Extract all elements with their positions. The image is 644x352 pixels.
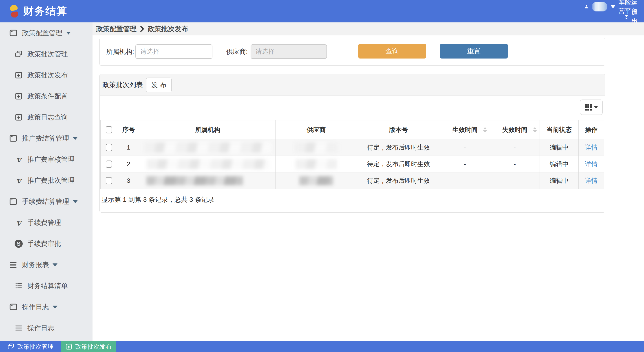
sidebar-item-policy-batch-mgmt[interactable]: 政策批次管理	[0, 43, 92, 65]
redacted-org-text	[147, 159, 269, 169]
breadcrumb-parent[interactable]: 政策配置管理	[96, 24, 136, 34]
redacted-supplier-text	[296, 159, 337, 169]
row-expiry: -	[490, 156, 540, 173]
row-select-cell	[100, 139, 117, 156]
sidebar-item-financial-reports[interactable]: 财务报表	[0, 254, 92, 275]
filter-panel: 所属机构: 供应商: 查询 重置	[100, 38, 605, 66]
row-select-cell	[100, 173, 117, 189]
sidebar-item-label: 手续费结算管理	[22, 197, 69, 206]
sidebar-item-policy-batch-publish[interactable]: 政策批次发布	[0, 65, 92, 86]
taskbar-tab-policy-batch-publish[interactable]: 政策批次发布	[61, 341, 116, 352]
row-org	[140, 139, 276, 156]
caret-down-icon	[52, 263, 58, 266]
window-upload-icon	[14, 71, 23, 79]
username-redacted[interactable]	[592, 2, 607, 11]
table-row: 2 待定，发布后即时生效 - - 编辑中 详情	[100, 156, 604, 173]
row-org	[140, 156, 276, 173]
row-version: 待定，发布后即时生效	[357, 173, 440, 189]
sort-icon[interactable]	[533, 127, 537, 133]
main-content: 所属机构: 供应商: 查询 重置 政策批次列表 发 布 序号 所属机构	[92, 35, 644, 341]
policy-batch-list-panel: 政策批次列表 发 布 序号 所属机构 供应商 版本号 生效时间	[100, 74, 605, 212]
sidebar-nav: 政策配置管理 政策批次管理 政策批次发布 政策条件配置 政策日志查询 推广费结算…	[0, 22, 92, 341]
window-icon	[9, 303, 18, 311]
user-menu-caret-icon[interactable]	[610, 5, 616, 8]
sidebar-item-label: 政策日志查询	[28, 113, 68, 122]
list-icon	[14, 282, 23, 290]
sidebar-item-policy-condition-config[interactable]: 政策条件配置	[0, 86, 92, 107]
sidebar-item-label: 政策条件配置	[28, 92, 68, 101]
col-header-effective[interactable]: 生效时间	[440, 120, 490, 139]
col-header-org: 所属机构	[140, 120, 276, 139]
col-header-status: 当前状态	[540, 120, 579, 139]
col-header-index: 序号	[117, 120, 140, 139]
sidebar-item-label: 操作日志	[22, 303, 49, 312]
col-header-expiry[interactable]: 失效时间	[490, 120, 540, 139]
bottom-taskbar: 政策批次管理 政策批次发布	[0, 341, 644, 352]
detail-link[interactable]: 详情	[585, 144, 598, 151]
top-header: 财务结算 车险运营平台 退出	[0, 0, 644, 22]
sidebar-item-policy-log-query[interactable]: 政策日志查询	[0, 107, 92, 128]
app-title: 财务结算	[23, 0, 67, 22]
app-logo-icon	[8, 4, 20, 17]
row-expiry: -	[490, 173, 540, 189]
taskbar-tab-policy-batch-mgmt[interactable]: 政策批次管理	[0, 341, 61, 352]
row-select-cell	[100, 156, 117, 173]
detail-link[interactable]: 详情	[585, 161, 598, 168]
reset-button[interactable]: 重置	[440, 44, 508, 58]
clone-icon	[8, 343, 14, 350]
sidebar-item-financial-settlement-list[interactable]: 财务结算清单	[0, 275, 92, 296]
row-supplier	[276, 139, 357, 156]
row-checkbox[interactable]	[106, 177, 112, 184]
window-icon	[9, 134, 18, 143]
sidebar-item-label: 政策配置管理	[22, 28, 62, 38]
caret-down-icon	[66, 32, 71, 34]
sidebar-item-commission-approval[interactable]: S 手续费审批	[0, 233, 92, 254]
row-expiry: -	[490, 139, 540, 156]
sidebar-item-promo-fee-review-mgmt[interactable]: v 推广费审核管理	[0, 149, 92, 170]
table-row: 1 待定，发布后即时生效 - - 编辑中 详情	[100, 139, 604, 156]
table-header-row: 序号 所属机构 供应商 版本号 生效时间 失效时间 当前状态 操作	[100, 120, 604, 139]
sidebar-item-commission-settlement-mgmt[interactable]: 手续费结算管理	[0, 191, 92, 212]
sidebar-item-commission-mgmt[interactable]: v 手续费管理	[0, 212, 92, 233]
sidebar-item-label: 推广费结算管理	[22, 134, 69, 143]
org-select-input[interactable]	[136, 44, 212, 59]
org-label: 所属机构:	[106, 38, 134, 65]
row-status: 编辑中	[540, 156, 579, 173]
sidebar-item-operation-log-group[interactable]: 操作日志	[0, 296, 92, 318]
col-header-supplier: 供应商	[276, 120, 357, 139]
window-upload-icon	[14, 113, 23, 122]
sort-icon[interactable]	[483, 127, 487, 133]
row-action-cell: 详情	[579, 173, 604, 189]
select-all-checkbox[interactable]	[106, 126, 112, 133]
sidebar-item-label: 手续费审批	[28, 239, 61, 248]
columns-toggle-button[interactable]	[580, 100, 603, 115]
detail-link[interactable]: 详情	[585, 177, 598, 184]
row-index: 3	[117, 173, 140, 189]
sidebar-item-label: 财务结算清单	[28, 281, 68, 291]
window-upload-icon	[14, 92, 23, 100]
row-status: 编辑中	[540, 173, 579, 189]
sidebar-item-promo-fee-settlement-mgmt[interactable]: 推广费结算管理	[0, 128, 92, 149]
row-version: 待定，发布后即时生效	[357, 156, 440, 173]
clone-icon	[14, 50, 23, 58]
supplier-select-input[interactable]	[250, 44, 327, 59]
sidebar-item-label: 政策批次发布	[28, 71, 68, 80]
sidebar-item-promo-fee-batch-mgmt[interactable]: v 推广费批次管理	[0, 170, 92, 191]
redacted-org-text	[146, 176, 243, 185]
table-row: 3 待定，发布后即时生效 - - 编辑中 详情	[100, 173, 604, 189]
logout-button[interactable]: 退出	[624, 12, 640, 21]
sidebar-item-label: 推广费审核管理	[28, 155, 74, 164]
row-checkbox[interactable]	[106, 161, 112, 168]
supplier-label: 供应商:	[226, 38, 248, 65]
panel-title: 政策批次列表	[102, 74, 143, 96]
search-button[interactable]: 查询	[358, 44, 426, 58]
bars-icon	[9, 261, 18, 269]
publish-button[interactable]: 发 布	[146, 78, 172, 92]
sidebar-item-policy-config-mgmt[interactable]: 政策配置管理	[0, 22, 92, 43]
col-header-label: 生效时间	[452, 126, 478, 133]
chevron-right-icon	[140, 26, 144, 32]
row-index: 1	[117, 139, 140, 156]
caret-down-icon	[52, 306, 58, 309]
row-checkbox[interactable]	[106, 144, 112, 151]
sidebar-item-operation-log[interactable]: 操作日志	[0, 318, 92, 339]
